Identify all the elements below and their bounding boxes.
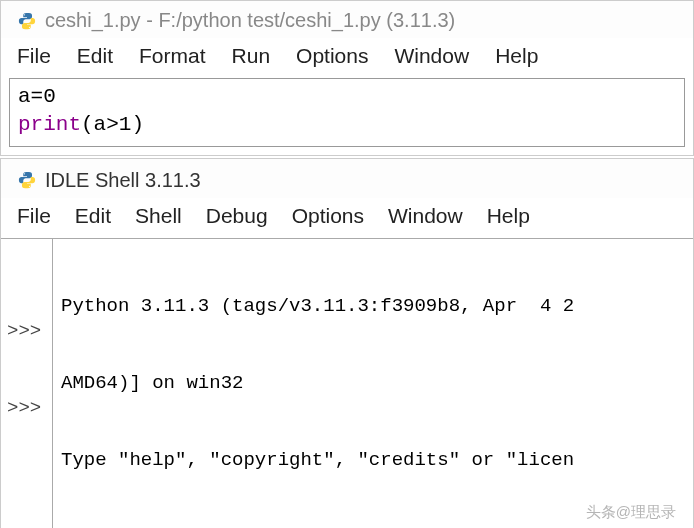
output-banner-2: AMD64)] on win32: [61, 371, 687, 397]
shell-menu-bar: File Edit Shell Debug Options Window Hel…: [1, 198, 693, 238]
svg-point-2: [24, 173, 25, 174]
watermark-text: 头条@理思录: [586, 503, 676, 522]
shell-title-bar: IDLE Shell 3.11.3: [1, 159, 693, 198]
shell-menu-debug[interactable]: Debug: [206, 204, 268, 228]
shell-window: IDLE Shell 3.11.3 File Edit Shell Debug …: [0, 158, 694, 528]
prompt-blank: [7, 243, 48, 269]
svg-point-3: [29, 186, 30, 187]
svg-point-0: [24, 14, 25, 15]
shell-menu-edit[interactable]: Edit: [75, 204, 111, 228]
menu-help[interactable]: Help: [495, 44, 538, 68]
shell-menu-help[interactable]: Help: [487, 204, 530, 228]
code-line-1: a=0: [18, 83, 676, 111]
svg-point-1: [29, 26, 30, 27]
prompt-blank: [7, 268, 48, 294]
shell-body[interactable]: >>> >>> Python 3.11.3 (tags/v3.11.3:f390…: [1, 238, 693, 528]
menu-options[interactable]: Options: [296, 44, 368, 68]
menu-format[interactable]: Format: [139, 44, 206, 68]
prompt-column: >>> >>>: [1, 239, 53, 528]
output-banner-1: Python 3.11.3 (tags/v3.11.3:f3909b8, Apr…: [61, 294, 687, 320]
menu-file[interactable]: File: [17, 44, 51, 68]
menu-edit[interactable]: Edit: [77, 44, 113, 68]
menu-window[interactable]: Window: [394, 44, 469, 68]
editor-title-bar: ceshi_1.py - F:/python test/ceshi_1.py (…: [1, 1, 693, 38]
output-column: Python 3.11.3 (tags/v3.11.3:f3909b8, Apr…: [53, 239, 693, 528]
python-file-icon: [17, 11, 37, 31]
python-shell-icon: [17, 170, 37, 190]
shell-menu-shell[interactable]: Shell: [135, 204, 182, 228]
shell-menu-file[interactable]: File: [17, 204, 51, 228]
output-banner-3: Type "help", "copyright", "credits" or "…: [61, 448, 687, 474]
code-editor[interactable]: a=0 print(a>1): [9, 78, 685, 147]
output-blank: [61, 525, 687, 528]
editor-menu-bar: File Edit Format Run Options Window Help: [1, 38, 693, 78]
shell-menu-window[interactable]: Window: [388, 204, 463, 228]
editor-window: ceshi_1.py - F:/python test/ceshi_1.py (…: [0, 0, 694, 156]
shell-menu-options[interactable]: Options: [292, 204, 364, 228]
shell-title-text: IDLE Shell 3.11.3: [45, 169, 201, 192]
code-line-2: print(a>1): [18, 111, 676, 139]
prompt-marker: >>>: [7, 396, 48, 422]
prompt-blank: [7, 371, 48, 397]
prompt-marker: >>>: [7, 319, 48, 345]
menu-run[interactable]: Run: [232, 44, 271, 68]
editor-title-text: ceshi_1.py - F:/python test/ceshi_1.py (…: [45, 9, 455, 32]
prompt-blank: [7, 345, 48, 371]
prompt-blank: [7, 294, 48, 320]
